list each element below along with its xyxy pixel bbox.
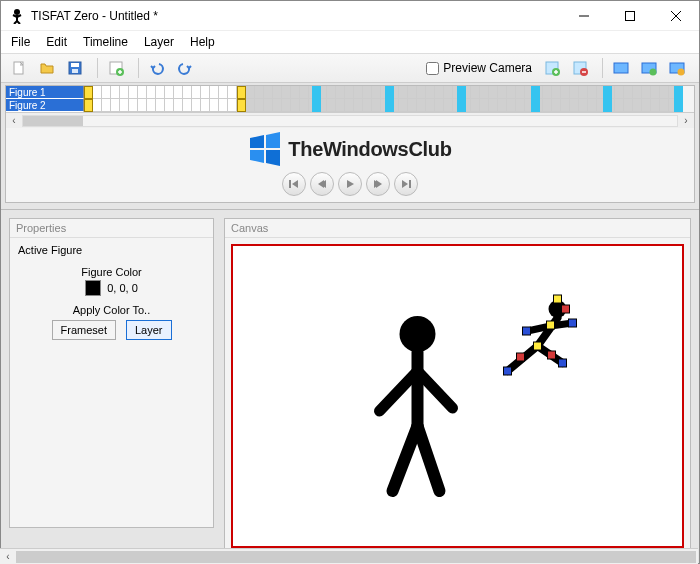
timeline-cell[interactable] xyxy=(354,86,363,99)
menu-timeline[interactable]: Timeline xyxy=(83,35,128,49)
screen-c-button[interactable] xyxy=(665,56,689,80)
scroll-right-icon[interactable]: › xyxy=(678,113,694,129)
timeline-cell[interactable] xyxy=(399,86,408,99)
timeline-cell[interactable] xyxy=(444,86,453,99)
timeline-cell[interactable] xyxy=(201,99,210,112)
timeline-cell[interactable] xyxy=(147,86,156,99)
timeline-cell[interactable] xyxy=(192,86,201,99)
timeline-cell[interactable] xyxy=(624,86,633,99)
timeline-cell[interactable] xyxy=(336,86,345,99)
close-button[interactable] xyxy=(653,1,699,30)
timeline-cell[interactable] xyxy=(417,99,426,112)
timeline-cell[interactable] xyxy=(291,86,300,99)
timeline-cell[interactable] xyxy=(552,99,561,112)
menu-file[interactable]: File xyxy=(11,35,30,49)
timeline-cell[interactable] xyxy=(111,86,120,99)
timeline-cell[interactable] xyxy=(93,86,102,99)
screen-a-button[interactable] xyxy=(609,56,633,80)
timeline-cell[interactable] xyxy=(507,99,516,112)
undo-button[interactable] xyxy=(145,56,169,80)
timeline-cell[interactable] xyxy=(660,99,669,112)
timeline-cell[interactable] xyxy=(561,99,570,112)
timeline-cell[interactable] xyxy=(633,99,642,112)
last-frame-button[interactable] xyxy=(394,172,418,196)
timeline-cell[interactable] xyxy=(471,99,480,112)
window-horizontal-scrollbar[interactable]: ‹ › xyxy=(0,548,698,564)
timeline-cell[interactable] xyxy=(192,99,201,112)
timeline-cell[interactable] xyxy=(489,86,498,99)
timeline-cell[interactable] xyxy=(399,99,408,112)
timeline-cell[interactable] xyxy=(327,86,336,99)
timeline-cell[interactable] xyxy=(255,86,264,99)
timeline-scrollbar[interactable]: ‹ › xyxy=(6,112,694,128)
timeline-cell[interactable] xyxy=(273,99,282,112)
timeline-cell[interactable] xyxy=(480,99,489,112)
timeline-cell[interactable] xyxy=(417,86,426,99)
timeline-cell[interactable] xyxy=(516,86,525,99)
timeline-cell[interactable] xyxy=(282,86,291,99)
joint-handle[interactable] xyxy=(548,351,556,359)
timeline-cell[interactable] xyxy=(624,99,633,112)
canvas[interactable] xyxy=(231,244,684,548)
figure-2[interactable] xyxy=(504,295,577,375)
timeline-cell[interactable] xyxy=(543,86,552,99)
add-scene-button[interactable] xyxy=(540,56,564,80)
frameset-button[interactable]: Frameset xyxy=(52,320,116,340)
timeline-cell[interactable] xyxy=(210,99,219,112)
timeline-cell[interactable] xyxy=(435,99,444,112)
timeline-cell[interactable] xyxy=(570,99,579,112)
timeline-cell[interactable] xyxy=(354,99,363,112)
scroll-left-icon[interactable]: ‹ xyxy=(6,113,22,129)
timeline-cell[interactable] xyxy=(372,86,381,99)
timeline-cell[interactable] xyxy=(264,99,273,112)
timeline-cell[interactable] xyxy=(489,99,498,112)
timeline-cell[interactable] xyxy=(93,99,102,112)
joint-handle[interactable] xyxy=(547,321,555,329)
timeline-cell[interactable] xyxy=(246,99,255,112)
timeline-cell[interactable] xyxy=(147,99,156,112)
screen-b-button[interactable] xyxy=(637,56,661,80)
timeline-cell[interactable] xyxy=(444,99,453,112)
first-frame-button[interactable] xyxy=(282,172,306,196)
prev-frame-button[interactable] xyxy=(310,172,334,196)
timeline-cell[interactable] xyxy=(633,86,642,99)
joint-handle[interactable] xyxy=(562,305,570,313)
timeline-cell[interactable] xyxy=(138,86,147,99)
timeline-cell[interactable] xyxy=(642,99,651,112)
timeline-cell[interactable] xyxy=(372,99,381,112)
timeline-cell[interactable] xyxy=(408,99,417,112)
timeline-cell[interactable] xyxy=(615,99,624,112)
open-file-button[interactable] xyxy=(35,56,59,80)
timeline-cell[interactable] xyxy=(219,86,228,99)
timeline-cell[interactable] xyxy=(435,86,444,99)
timeline-cell[interactable] xyxy=(660,86,669,99)
timeline-cell[interactable] xyxy=(345,99,354,112)
timeline-cell[interactable] xyxy=(111,99,120,112)
timeline-cells[interactable] xyxy=(84,86,694,99)
joint-handle[interactable] xyxy=(559,359,567,367)
timeline-cell[interactable] xyxy=(561,86,570,99)
timeline-cell[interactable] xyxy=(120,86,129,99)
timeline-cell[interactable] xyxy=(129,86,138,99)
remove-scene-button[interactable] xyxy=(568,56,592,80)
menu-edit[interactable]: Edit xyxy=(46,35,67,49)
timeline-cell[interactable] xyxy=(210,86,219,99)
timeline-cell[interactable] xyxy=(408,86,417,99)
timeline-cell[interactable] xyxy=(426,99,435,112)
timeline-cell[interactable] xyxy=(579,99,588,112)
timeline-cell[interactable] xyxy=(363,99,372,112)
timeline-cell[interactable] xyxy=(363,86,372,99)
timeline-cell[interactable] xyxy=(156,99,165,112)
timeline-cell[interactable] xyxy=(579,86,588,99)
timeline-cell[interactable] xyxy=(291,99,300,112)
timeline-cell[interactable] xyxy=(300,86,309,99)
menu-help[interactable]: Help xyxy=(190,35,215,49)
timeline-cell[interactable] xyxy=(174,99,183,112)
play-button[interactable] xyxy=(338,172,362,196)
timeline-cell[interactable] xyxy=(183,99,192,112)
timeline-cell[interactable] xyxy=(84,99,93,112)
timeline-cell[interactable] xyxy=(498,99,507,112)
timeline-cells[interactable] xyxy=(84,99,694,112)
timeline-cell[interactable] xyxy=(120,99,129,112)
timeline-cell[interactable] xyxy=(426,86,435,99)
